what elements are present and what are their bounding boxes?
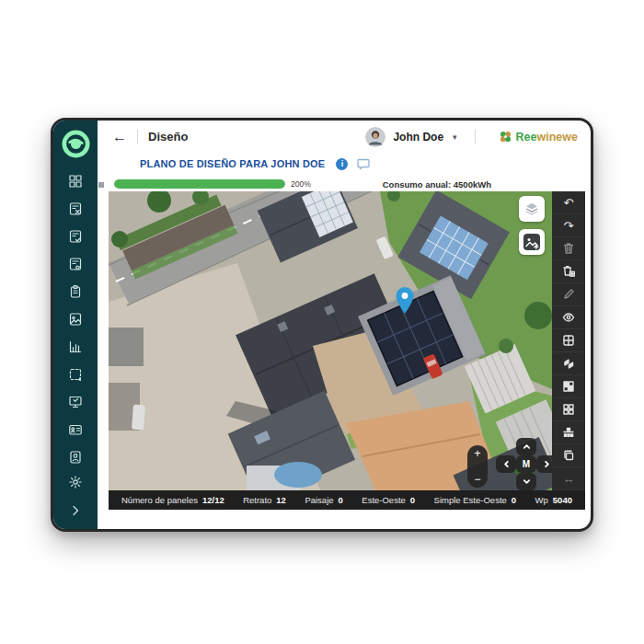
edit-pencil-button[interactable] [552, 283, 585, 306]
plan-header: PLANO DE DISEÑO PARA JOHN DOE i [98, 153, 591, 177]
stat-value: 0 [512, 495, 516, 505]
copy-layers-button[interactable] [552, 444, 585, 467]
visibility-eye-button[interactable] [552, 306, 585, 329]
stat-label: Número de paneles [121, 495, 198, 505]
annual-consumption: Consumo anual: 4500kWh [383, 179, 491, 190]
panel-frame-button[interactable] [552, 329, 585, 352]
sidebar-item-project-check[interactable] [68, 228, 84, 244]
aerial-imagery [109, 191, 552, 490]
zoom-control: + − [467, 445, 488, 488]
coverage-percent: 200% [291, 179, 311, 189]
stat-value: 5040 [553, 495, 572, 505]
sidebar-expand-chevron-icon[interactable] [68, 502, 84, 518]
divider [137, 130, 138, 144]
recenter-button[interactable]: M [516, 455, 536, 473]
design-toolbar: ↶ ↷ [552, 191, 585, 490]
stat-label: Simple Este-Oeste [434, 495, 507, 505]
stat-item: Wp 5040 [535, 495, 572, 505]
stat-value: 0 [339, 495, 343, 505]
sidebar-item-dashboard[interactable] [68, 173, 84, 189]
consumption-bar-row: 200% Consumo anual: 4500kWh [109, 177, 552, 191]
align-panels-button[interactable] [552, 421, 585, 444]
pan-control: M [496, 438, 552, 490]
filled-grid-button[interactable] [552, 375, 585, 398]
sidebar [53, 121, 98, 529]
layers-button[interactable] [519, 196, 545, 222]
plan-title: PLANO DE DISEÑO PARA JOHN DOE [140, 158, 325, 169]
sidebar-item-project-edit[interactable] [68, 256, 84, 271]
pan-right-button[interactable] [536, 455, 552, 473]
stat-label: Este-Oeste [362, 495, 406, 505]
coverage-progress-bar [114, 179, 285, 189]
sidebar-item-monitor-check[interactable] [68, 394, 84, 409]
trash-button[interactable] [552, 237, 585, 260]
brand-clover-icon [499, 130, 512, 144]
stat-item: Retrato 12 [243, 495, 286, 505]
back-button[interactable]: ← [112, 130, 127, 144]
main-panel: ← Diseño John Doe ▾ [98, 121, 591, 529]
pan-up-button[interactable] [516, 438, 536, 455]
panel-gutter [98, 177, 109, 529]
sidebar-item-contact-card[interactable] [68, 449, 84, 465]
outline-grid-button[interactable] [552, 398, 585, 421]
stat-value: 12 [276, 495, 286, 505]
satellite-map[interactable]: + − M [109, 191, 552, 490]
zoom-in-button[interactable]: + [474, 448, 480, 459]
panel-resize-handle[interactable] [98, 182, 104, 188]
delete-panels-button[interactable] [552, 260, 585, 283]
stat-value: 0 [410, 495, 415, 505]
tilted-panels-button[interactable] [552, 352, 585, 375]
stat-item: Este-Oeste 0 [362, 495, 415, 505]
panel-stats-bar: Número de paneles 12/12 Retrato 12 Paisa… [109, 490, 585, 510]
app-logo-icon[interactable] [62, 130, 90, 158]
top-header: ← Diseño John Doe ▾ [98, 121, 591, 153]
resize-horizontal-button[interactable]: ↔ [552, 467, 585, 490]
stat-item: Paisaje 0 [305, 495, 342, 505]
stat-value: 12/12 [202, 495, 224, 505]
undo-button[interactable]: ↶ [552, 191, 585, 214]
user-name[interactable]: John Doe [393, 131, 443, 144]
sidebar-item-id-card[interactable] [68, 421, 84, 437]
sidebar-item-settings[interactable] [68, 474, 84, 489]
sidebar-item-module-select[interactable] [68, 366, 84, 382]
brand-logo: Reewinewe [499, 130, 578, 144]
divider [475, 130, 476, 144]
brand-name-suffix: winewe [537, 131, 578, 144]
comment-icon[interactable] [357, 158, 370, 170]
pan-down-button[interactable] [516, 473, 536, 490]
progress-fill [114, 179, 285, 189]
chevron-down-icon[interactable]: ▾ [453, 132, 457, 142]
stat-label: Wp [535, 495, 548, 505]
sidebar-item-project-remove[interactable] [68, 201, 84, 216]
redo-button[interactable]: ↷ [552, 214, 585, 237]
zoom-out-button[interactable]: − [474, 474, 480, 485]
stat-label: Paisaje [305, 495, 333, 505]
stat-item: Simple Este-Oeste 0 [434, 495, 517, 505]
user-avatar[interactable] [365, 127, 385, 147]
add-image-button[interactable] [519, 229, 545, 255]
sidebar-item-clipboard[interactable] [68, 283, 84, 299]
stat-label: Retrato [243, 495, 271, 505]
app-window: ← Diseño John Doe ▾ [51, 118, 593, 532]
brand-name-prefix: Ree [516, 131, 537, 144]
page-title: Diseño [148, 130, 188, 144]
sidebar-item-file-image[interactable] [68, 311, 84, 327]
info-icon[interactable]: i [336, 158, 348, 170]
stat-item: Número de paneles 12/12 [121, 495, 224, 505]
sidebar-item-bar-chart[interactable] [68, 339, 84, 354]
pan-left-button[interactable] [496, 455, 516, 473]
